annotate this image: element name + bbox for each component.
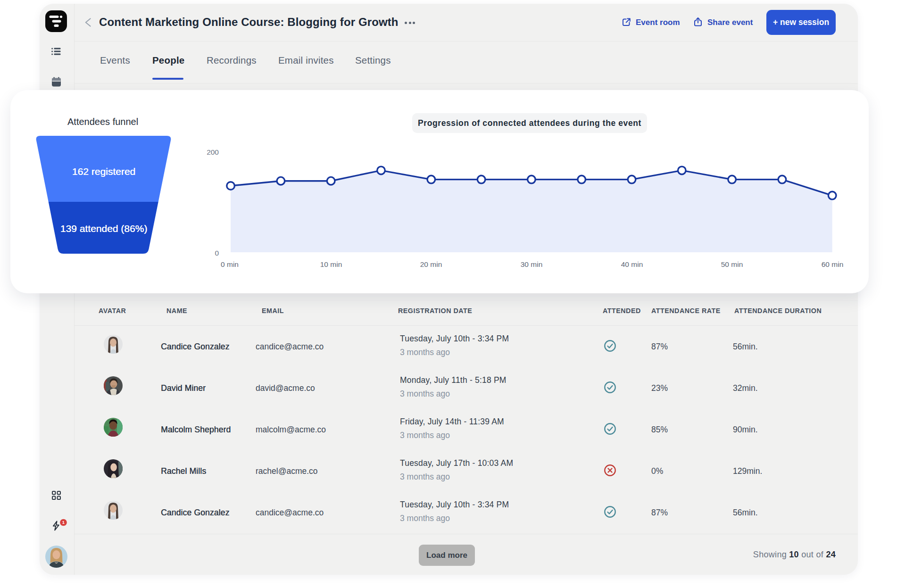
svg-text:1: 1	[62, 520, 65, 525]
